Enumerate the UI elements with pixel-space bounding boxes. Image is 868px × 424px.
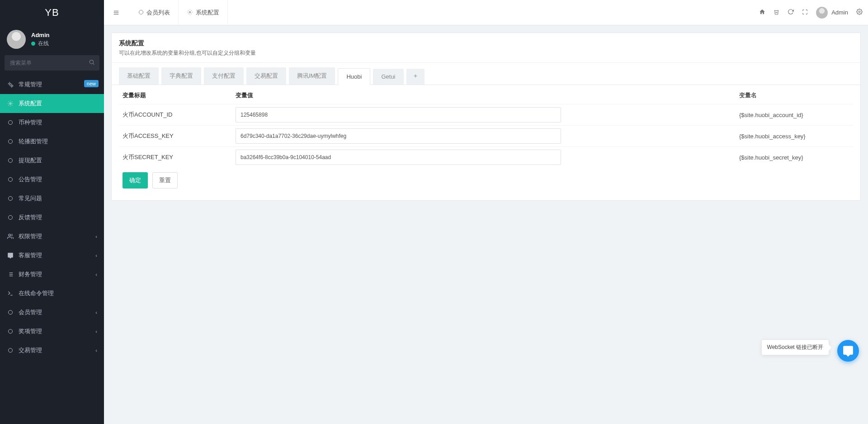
chevron-left-icon: ‹ xyxy=(95,310,97,315)
sidebar-item-8[interactable]: 权限管理‹ xyxy=(0,227,104,246)
sidebar-item-6[interactable]: 常见问题 xyxy=(0,189,104,208)
sidebar-item-label: 提现配置 xyxy=(19,156,42,165)
sidebar-item-13[interactable]: 奖项管理‹ xyxy=(0,322,104,341)
sidebar-item-9[interactable]: 客服管理‹ xyxy=(0,246,104,265)
config-tab-0[interactable]: 基础配置 xyxy=(119,67,159,85)
sidebar-item-label: 常规管理 xyxy=(19,80,42,89)
top-tab-label: 会员列表 xyxy=(146,9,170,17)
sidebar-item-label: 会员管理 xyxy=(19,308,42,316)
nav-list: 常规管理new系统配置币种管理轮播图管理提现配置公告管理常见问题反馈管理权限管理… xyxy=(0,75,104,424)
top-tab-label: 系统配置 xyxy=(196,9,219,17)
cogs-icon xyxy=(7,81,14,88)
circle-o-icon xyxy=(7,348,14,353)
sidebar-item-label: 在线命令管理 xyxy=(19,289,54,297)
table-row: 火币SECRET_KEY{$site.huobi_secret_key} xyxy=(119,147,853,168)
config-tab-2[interactable]: 支付配置 xyxy=(204,67,244,85)
svg-point-26 xyxy=(189,11,191,13)
config-tab-5[interactable]: Huobi xyxy=(338,68,370,85)
sidebar-item-label: 公告管理 xyxy=(19,175,42,184)
sidebar-item-label: 财务管理 xyxy=(19,270,42,278)
circle-o-icon xyxy=(7,329,14,334)
config-panel: 系统配置 可以在此增改系统的变量和分组,也可以自定义分组和变量 基础配置字典配置… xyxy=(111,33,861,201)
circle-o-icon xyxy=(7,310,14,315)
users-icon xyxy=(7,233,14,240)
svg-point-25 xyxy=(139,10,143,14)
row-value-input[interactable] xyxy=(236,150,561,165)
sidebar-item-11[interactable]: 在线命令管理 xyxy=(0,284,104,303)
svg-point-8 xyxy=(9,178,13,182)
th-label: 变量标题 xyxy=(119,85,232,104)
avatar xyxy=(7,30,26,49)
cog-icon xyxy=(7,100,14,107)
svg-point-6 xyxy=(9,140,13,144)
sidebar-item-label: 币种管理 xyxy=(19,118,42,127)
sidebar-item-2[interactable]: 币种管理 xyxy=(0,113,104,132)
sidebar-item-7[interactable]: 反馈管理 xyxy=(0,208,104,227)
sidebar-item-10[interactable]: 财务管理‹ xyxy=(0,265,104,284)
sidebar-item-4[interactable]: 提现配置 xyxy=(0,151,104,170)
svg-point-3 xyxy=(11,85,13,87)
chevron-left-icon: ‹ xyxy=(95,329,97,334)
circle-o-icon xyxy=(7,139,14,144)
plus-icon xyxy=(413,73,418,79)
list-icon xyxy=(7,271,14,278)
svg-point-4 xyxy=(9,103,11,104)
config-table: 变量标题 变量值 变量名 火币ACCOUNT_ID{$site.huobi_ac… xyxy=(119,85,853,168)
refresh-icon[interactable] xyxy=(788,9,794,16)
table-row: 火币ACCESS_KEY{$site.huobi_access_key} xyxy=(119,126,853,147)
sidebar: YB Admin 在线 常规管理new系统配置币种管理轮播图管理提现配置公告管理… xyxy=(0,0,104,424)
sidebar-item-3[interactable]: 轮播图管理 xyxy=(0,132,104,151)
sidebar-item-label: 交易管理 xyxy=(19,346,42,354)
row-value-input[interactable] xyxy=(236,107,561,122)
sidebar-search xyxy=(5,55,99,71)
table-row: 火币ACCOUNT_ID{$site.huobi_account_id} xyxy=(119,104,853,126)
config-tab-1[interactable]: 字典配置 xyxy=(161,67,201,85)
th-name: 变量名 xyxy=(736,85,853,104)
chevron-left-icon: ‹ xyxy=(95,253,97,258)
menu-toggle[interactable] xyxy=(109,9,123,16)
sidebar-item-14[interactable]: 交易管理‹ xyxy=(0,341,104,360)
avatar-icon xyxy=(816,7,828,19)
config-tab-4[interactable]: 腾讯IM配置 xyxy=(289,67,335,85)
config-tabs: 基础配置字典配置支付配置交易配置腾讯IM配置HuobiGetui xyxy=(112,62,860,85)
config-tab-6[interactable]: Getui xyxy=(373,69,403,85)
circle-o-icon xyxy=(7,120,14,125)
svg-point-7 xyxy=(9,159,13,163)
search-input[interactable] xyxy=(5,55,99,71)
row-value-input[interactable] xyxy=(236,128,561,144)
reset-button[interactable]: 重置 xyxy=(152,172,178,188)
config-tab-add[interactable] xyxy=(406,69,425,85)
user-name: Admin xyxy=(31,32,49,38)
topbar-right: Admin xyxy=(759,7,863,19)
logo: YB xyxy=(0,0,104,25)
sidebar-item-label: 权限管理 xyxy=(19,232,42,240)
new-badge: new xyxy=(84,80,99,87)
top-tab-0[interactable]: 会员列表 xyxy=(130,0,179,25)
config-tab-3[interactable]: 交易配置 xyxy=(246,67,286,85)
comment-icon xyxy=(7,252,14,259)
fullscreen-icon[interactable] xyxy=(802,9,808,16)
user-status-label: 在线 xyxy=(38,40,49,47)
settings-icon[interactable] xyxy=(856,9,863,16)
svg-point-20 xyxy=(9,330,13,334)
svg-point-5 xyxy=(9,121,13,125)
sidebar-item-12[interactable]: 会员管理‹ xyxy=(0,303,104,322)
sidebar-item-5[interactable]: 公告管理 xyxy=(0,170,104,189)
sidebar-item-label: 反馈管理 xyxy=(19,213,42,221)
topbar-user[interactable]: Admin xyxy=(816,7,848,19)
submit-button[interactable]: 确定 xyxy=(123,172,148,188)
chat-bubble[interactable] xyxy=(837,340,859,362)
sidebar-item-1[interactable]: 系统配置 xyxy=(0,94,104,113)
home-icon[interactable] xyxy=(759,9,765,16)
chevron-left-icon: ‹ xyxy=(95,348,97,353)
circle-o-icon xyxy=(7,215,14,220)
chevron-left-icon: ‹ xyxy=(95,272,97,277)
trash-icon[interactable] xyxy=(774,9,779,16)
row-label: 火币ACCOUNT_ID xyxy=(119,104,232,126)
cog-icon xyxy=(187,9,193,16)
svg-point-21 xyxy=(9,349,13,353)
svg-point-2 xyxy=(9,83,11,85)
circle-o-icon xyxy=(7,158,14,163)
top-tab-1[interactable]: 系统配置 xyxy=(179,0,228,25)
page-title: 系统配置 xyxy=(119,39,853,47)
